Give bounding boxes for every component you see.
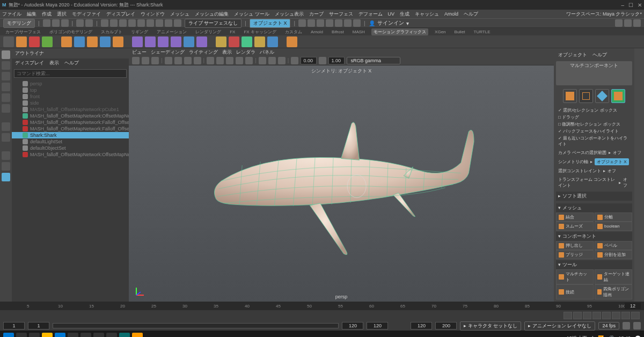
prefs-icon[interactable] [633, 322, 641, 329]
shelf-gear-icon[interactable] [113, 36, 123, 47]
shelf-tab[interactable]: リギング [129, 28, 150, 35]
rp-checkbox-row[interactable]: □ ドラッグ [556, 114, 632, 121]
rp-tool-button[interactable]: 分離 [595, 213, 632, 222]
shelf-tab[interactable]: カーブ/サーフェス [3, 28, 43, 35]
outliner-node[interactable]: MASH_falloff_OffsetMapNetwork:Falloff_Of… [12, 119, 129, 126]
outliner-node[interactable]: MASH_falloff_OffsetMapNetwork:pCube1 [12, 106, 129, 113]
new-scene-icon[interactable] [43, 19, 50, 27]
menu-サーフェス[interactable]: サーフェス [329, 11, 353, 18]
scale-tool[interactable] [2, 104, 10, 113]
rp-tool-button[interactable]: 分割を追加 [595, 250, 632, 259]
shelf-b-icon[interactable] [229, 36, 239, 47]
vp-bookmark-icon[interactable] [151, 57, 159, 64]
anim-end-field[interactable]: 120 [367, 322, 388, 329]
menu-編集[interactable]: 編集 [27, 11, 36, 18]
component-mode-icon[interactable] [110, 19, 118, 27]
shelf-text-icon[interactable] [87, 36, 98, 47]
app-icon-2[interactable] [93, 333, 104, 337]
layout-custom2[interactable] [2, 162, 10, 171]
rp-tool-button[interactable]: マルチカット [556, 269, 594, 284]
menu-UV[interactable]: UV [388, 11, 395, 17]
outliner-search-input[interactable] [14, 69, 127, 78]
vp-field1[interactable]: 0.00 [301, 57, 317, 64]
rp-tab[interactable]: オブジェクト [558, 52, 587, 58]
charset-dropdown[interactable]: ▸ キャラクタ セットなし [460, 321, 521, 331]
vp-shadow-icon[interactable] [245, 57, 253, 64]
shelf-c-icon[interactable] [241, 36, 252, 47]
snap-plane-icon[interactable] [165, 19, 172, 27]
shelf-fx3-icon[interactable] [158, 36, 169, 47]
layout-icon-2[interactable] [624, 19, 632, 27]
soft-select-section[interactable]: ▸ ソフト選択 [556, 192, 632, 201]
shelf-tab[interactable]: MASH [350, 29, 367, 35]
step-forward-button[interactable] [621, 312, 630, 319]
shark-model[interactable] [160, 95, 522, 272]
app-icon-3[interactable] [106, 333, 117, 337]
menu-デフォーム[interactable]: デフォーム [358, 11, 383, 18]
vp-wire-icon[interactable] [207, 57, 214, 64]
symmetry-dropdown[interactable]: ライブ サーフェスなし [185, 19, 242, 28]
play-forward-button[interactable] [602, 312, 611, 319]
layout-icon-1[interactable] [615, 19, 623, 27]
menu-ファイル[interactable]: ファイル [2, 11, 21, 18]
layout-four[interactable] [2, 133, 10, 142]
shelf-type-icon[interactable] [29, 36, 40, 47]
rp-tool-button[interactable]: ターゲット連結 [595, 269, 632, 284]
start-button[interactable] [3, 333, 14, 337]
vp-camera-icon[interactable] [142, 57, 149, 64]
shelf-tab[interactable]: FX キャッシング [241, 28, 278, 35]
xray-icon[interactable] [353, 19, 361, 27]
vp-menu-item[interactable]: 表示 [222, 49, 232, 56]
minimize-button[interactable]: – [621, 2, 624, 8]
anim-start-field[interactable]: 1 [3, 322, 25, 329]
brush-tool[interactable] [2, 72, 10, 80]
shelf-tab[interactable]: Bifrost [330, 29, 346, 35]
go-start-button[interactable] [564, 312, 572, 319]
shelf-fx2-icon[interactable] [145, 36, 156, 47]
edge-icon[interactable] [55, 333, 65, 337]
shelf-curve-icon[interactable] [74, 36, 85, 47]
range-end-field[interactable]: 120 [342, 322, 363, 329]
vp-gamma-dropdown[interactable]: sRGB gamma [347, 57, 400, 64]
vp-gate-icon[interactable] [184, 57, 192, 64]
menu-生成[interactable]: 生成 [400, 11, 409, 18]
ipr-icon[interactable] [308, 19, 315, 27]
menu-メッシュ表示[interactable]: メッシュ表示 [275, 11, 304, 18]
select-mode-icon[interactable] [101, 19, 108, 27]
outliner-node[interactable]: persp [12, 80, 129, 87]
outliner-node[interactable]: MASH_falloff_OffsetMapNetwork:OffsetMapN… [12, 113, 129, 119]
render-settings-icon[interactable] [317, 19, 324, 27]
outliner-menu-item[interactable]: ヘルプ [64, 60, 79, 67]
app-icon-1[interactable] [80, 333, 91, 337]
key-forward-button[interactable] [612, 312, 620, 319]
menu-選択[interactable]: 選択 [57, 11, 67, 18]
rp-tool-button[interactable]: スムーズ [556, 222, 594, 231]
outliner-menu-item[interactable]: 表示 [49, 60, 59, 67]
outliner-node[interactable]: top [12, 87, 129, 93]
vp-menu-item[interactable]: ライティング [189, 49, 218, 56]
shelf-leaf-icon[interactable] [42, 36, 53, 47]
rp-checkbox-row[interactable]: □ 微調整/セレクション ボックス [556, 121, 632, 128]
rp-checkbox-row[interactable]: ✓ 選択/セレクション ボックス [556, 107, 632, 114]
menu-ヘルプ[interactable]: ヘルプ [464, 11, 478, 18]
rp-tool-button[interactable]: 結合 [556, 213, 594, 222]
shelf-tab[interactable]: レンダリング [193, 28, 223, 35]
outliner-node[interactable]: defaultLightSet [12, 138, 129, 145]
vp-menu-item[interactable]: パネル [260, 49, 274, 56]
shelf-fx4-icon[interactable] [171, 36, 181, 47]
rp-tab[interactable]: ヘルプ [592, 52, 607, 58]
vp-gamma-icon[interactable] [319, 57, 326, 64]
panel-layout-icon[interactable] [335, 19, 342, 27]
weather-widget[interactable]: 13℃ 小雨 [567, 335, 588, 338]
autokey-icon[interactable] [623, 322, 630, 329]
mode-dropdown[interactable]: モデリング [3, 19, 35, 28]
vp-isolate-icon[interactable] [259, 57, 266, 64]
vp-menu-item[interactable]: シェーディング [151, 49, 185, 56]
open-scene-icon[interactable] [52, 19, 60, 27]
rp-tool-button[interactable]: 押し出し [556, 241, 594, 250]
search-icon[interactable] [16, 333, 27, 337]
shelf-tab[interactable]: モーション グラフィックス [371, 28, 428, 35]
shelf-plus-icon[interactable] [287, 36, 297, 47]
current-frame[interactable]: 12 [625, 303, 641, 309]
menu-作成[interactable]: 作成 [42, 11, 52, 18]
